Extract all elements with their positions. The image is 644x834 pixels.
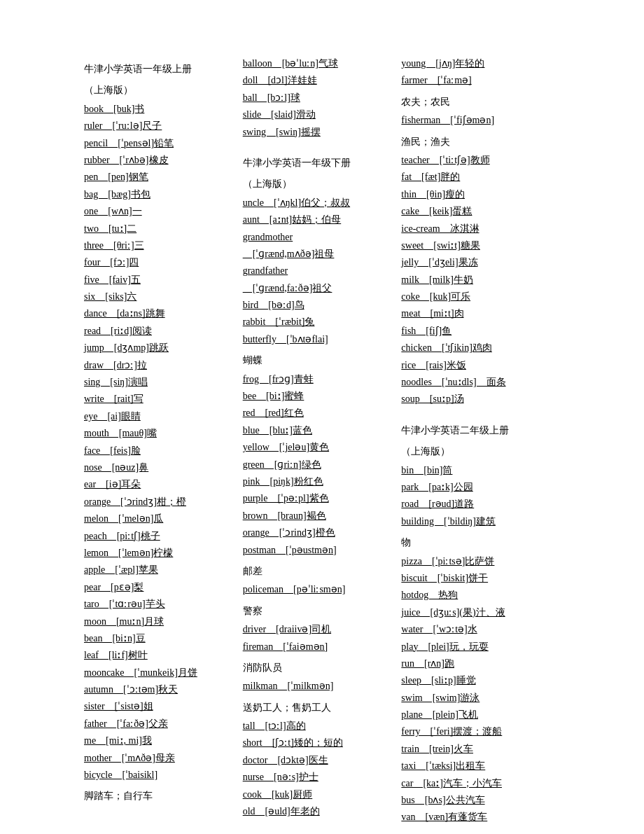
word-entry: sweet [swiːt]糖果	[401, 238, 553, 253]
word-entry: leaf [liːf]树叶	[84, 648, 236, 663]
word-entry: nurse [nəːs]护士	[243, 770, 395, 785]
word-entry: hotdog 热狗	[401, 588, 553, 603]
word-entry: me [miː, mi]我	[84, 733, 236, 749]
word-entry: swing [swiŋ]摇摆	[243, 125, 395, 140]
word-entry: apple [ˈæpl]苹果	[84, 562, 236, 578]
column-3: young [jʌŋ]年轻的farmer [ˈfaːmə]农夫；农民fisher…	[401, 56, 560, 827]
word-entry: grandfather	[243, 263, 395, 279]
section-title: 物	[401, 535, 553, 550]
word-entry: plane [plein]飞机	[401, 707, 553, 723]
word-entry: soup [suːp]汤	[401, 391, 553, 407]
word-entry: one [wʌn]一	[84, 204, 236, 219]
word-entry: bicycle [ˈbaisikl]	[84, 767, 236, 783]
word-entry: noodles [ˈnuːdls] 面条	[401, 375, 553, 390]
word-entry: rice [rais]米饭	[401, 358, 553, 373]
word-entry: park [paːk]公园	[401, 480, 553, 495]
word-entry: bee [biː]蜜蜂	[243, 389, 395, 404]
word-entry: doctor [dɔktə]医生	[243, 753, 395, 768]
word-entry: face [feis]脸	[84, 443, 236, 459]
section-title: 牛津小学英语一年级下册	[243, 155, 395, 171]
word-entry: ear [iə]耳朵	[84, 477, 236, 492]
word-entry: taxi [ˈtæksi]出租车	[401, 758, 553, 774]
word-entry: fish [fiʃ]鱼	[401, 324, 553, 339]
word-entry: ice-cream 冰淇淋	[401, 221, 553, 237]
section-title: 警察	[243, 604, 395, 619]
word-entry: grandmother	[243, 230, 395, 245]
word-entry: bus [bʌs]公共汽车	[401, 793, 553, 808]
word-entry: pen [pen]钢笔	[84, 169, 236, 185]
word-entry: lemon [ˈlemən]柠檬	[84, 545, 236, 561]
section-title: 送奶工人；售奶工人	[243, 700, 395, 716]
section-title: 蝴蝶	[243, 353, 395, 368]
word-entry: rubber [ˈrʌbə]橡皮	[84, 153, 236, 168]
word-entry: red [red]红色	[243, 405, 395, 421]
word-entry: green [ɡriːn]绿色	[243, 457, 395, 473]
word-entry: swim [swim]游泳	[401, 690, 553, 706]
word-entry: rabbit [ˈræbit]兔	[243, 314, 395, 330]
section-title: 农夫；农民	[401, 95, 553, 110]
word-entry: eye [ai]眼睛	[84, 409, 236, 424]
word-entry: book [buk]书	[84, 102, 236, 117]
word-entry: slide [slaid]滑动	[243, 107, 395, 123]
word-entry: mooncake [ˈmunkeik]月饼	[84, 665, 236, 681]
word-entry: tall [tɔːl]高的	[243, 718, 395, 734]
word-entry: water [ˈwɔːtə]水	[401, 622, 553, 637]
word-entry: postman [ˈpəustmən]	[243, 543, 395, 558]
word-entry: van [væn]有蓬货车	[401, 809, 553, 825]
word-entry: play [plei]玩，玩耍	[401, 639, 553, 655]
word-entry: dance [daːns]跳舞	[84, 306, 236, 321]
word-entry: purple [ˈpəːpl]紫色	[243, 491, 395, 506]
word-entry: driver [draiivə]司机	[243, 622, 395, 637]
word-entry: yellow [ˈjeləu]黄色	[243, 440, 395, 455]
word-entry: jelly [ˈdʒeli]果冻	[401, 255, 553, 270]
word-entry: brown [braun]褐色	[243, 508, 395, 524]
word-entry: six [siks]六	[84, 289, 236, 305]
word-entry: four [fɔː]四	[84, 255, 236, 270]
word-entry: old [əuld]年老的	[243, 804, 395, 819]
word-entry: meat [miːt]肉	[401, 306, 553, 321]
word-entry: aunt [aːnt]姑妈；伯母	[243, 212, 395, 228]
word-entry: ball [bɔːl]球	[243, 90, 395, 106]
word-entry: farmer [ˈfaːmə]	[401, 73, 553, 88]
column-1: 牛津小学英语一年级上册（上海版）book [buk]书ruler [ˈruːlə…	[84, 56, 243, 807]
word-entry: sister [ˈsistə]姐	[84, 699, 236, 714]
word-entry: fireman [ˈfaiəmən]	[243, 639, 395, 655]
word-entry: mother [ˈmʌðə]母亲	[84, 751, 236, 766]
word-entry: bean [biːn]豆	[84, 631, 236, 646]
word-entry: mouth [mauθ]嘴	[84, 426, 236, 441]
section-title: （上海版）	[401, 444, 553, 459]
section-title: 渔民；渔夫	[401, 134, 553, 150]
word-entry: pear [pɛə]梨	[84, 580, 236, 595]
word-entry: sing [siŋ]演唱	[84, 375, 236, 390]
section-title: 脚踏车；自行车	[84, 788, 236, 804]
word-entry: bird [bəːd]鸟	[243, 298, 395, 313]
word-entry: father [ˈfaːðə]父亲	[84, 716, 236, 732]
word-entry: butterfly [ˈbʌtəflai]	[243, 332, 395, 347]
word-entry: nose [nəuz]鼻	[84, 460, 236, 475]
section-title: 牛津小学英语一年级上册	[84, 62, 236, 77]
section-title: （上海版）	[84, 83, 236, 98]
word-entry: write [rait]写	[84, 391, 236, 407]
section-title: 牛津小学英语二年级上册	[401, 423, 553, 438]
section-title: 邮差	[243, 564, 395, 579]
word-entry: train [trein]火车	[401, 742, 553, 757]
main-content: 牛津小学英语一年级上册（上海版）book [buk]书ruler [ˈruːlə…	[84, 56, 560, 827]
word-entry: [ˈɡrænd,mʌðə]祖母	[243, 246, 395, 262]
section-title: （上海版）	[243, 176, 395, 192]
word-entry: fat [fæt]胖的	[401, 169, 553, 185]
word-entry: pizza [ˈpiːtsə]比萨饼	[401, 554, 553, 569]
word-entry: bag [bæg]书包	[84, 187, 236, 202]
word-entry: sleep [sliːp]睡觉	[401, 673, 553, 688]
word-entry: building [ˈbildiŋ]建筑	[401, 514, 553, 529]
word-entry: road [rəud]道路	[401, 496, 553, 512]
word-entry: five [faiv]五	[84, 272, 236, 288]
word-entry: pencil [ˈpensəl]铅笔	[84, 136, 236, 151]
word-entry: fisherman [ˈfiʃəmən]	[401, 113, 553, 128]
spacer	[401, 409, 553, 417]
word-entry: cake [keik]蛋糕	[401, 204, 553, 219]
word-entry: biscuit [ˈbiskit]饼干	[401, 571, 553, 586]
word-entry: coke [kuk]可乐	[401, 289, 553, 305]
word-entry: read [riːd]阅读	[84, 324, 236, 339]
word-entry: young [jʌŋ]年轻的	[401, 56, 553, 71]
column-2: balloon [bəˈluːn]气球doll [dɔl]洋娃娃ball [bɔ…	[243, 56, 402, 821]
